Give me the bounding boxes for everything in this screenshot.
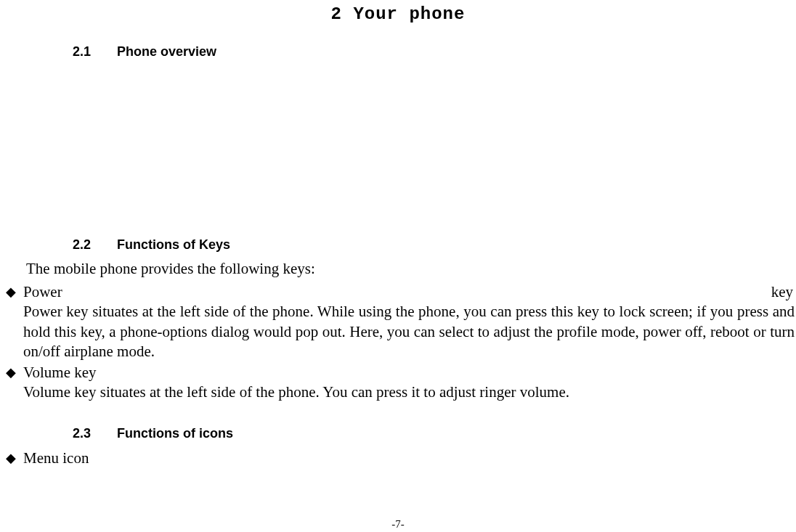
menu-icon-label: Menu icon [23, 449, 89, 467]
bullet-list: ◆ Menu icon [6, 449, 796, 468]
diamond-bullet-icon: ◆ [6, 449, 23, 467]
section-heading-2-2: 2.2 Functions of Keys [73, 237, 796, 253]
section-number: 2.1 [73, 44, 113, 60]
document-page: 2 Your phone 2.1 Phone overview 2.2 Func… [0, 4, 796, 532]
section-number: 2.3 [73, 426, 113, 441]
diamond-bullet-icon: ◆ [6, 363, 23, 382]
list-item: ◆ Volume key Volume key situates at the … [6, 363, 796, 403]
list-item: ◆ Power key Power key situates at the le… [6, 282, 796, 361]
section-intro-text: The mobile phone provides the following … [26, 260, 796, 278]
power-key-label-line: Power key [23, 282, 793, 302]
power-label-left: Power [23, 282, 62, 302]
chapter-title: 2 Your phone [0, 4, 796, 24]
section-title: Functions of icons [117, 426, 233, 441]
bullet-list: ◆ Power key Power key situates at the le… [6, 282, 796, 403]
list-item-body: Menu icon [23, 449, 796, 468]
list-item-body: Power key Power key situates at the left… [23, 282, 796, 361]
list-item-body: Volume key Volume key situates at the le… [23, 363, 796, 403]
power-key-description: Power key situates at the left side of t… [23, 302, 795, 361]
list-item: ◆ Menu icon [6, 449, 796, 468]
overview-image-placeholder [0, 67, 796, 237]
volume-key-description: Volume key situates at the left side of … [23, 382, 795, 402]
volume-key-label: Volume key [23, 363, 796, 382]
diamond-bullet-icon: ◆ [6, 282, 23, 301]
section-title: Functions of Keys [117, 237, 230, 252]
page-number: -7- [0, 518, 796, 531]
section-number: 2.2 [73, 237, 113, 253]
section-heading-2-3: 2.3 Functions of icons [73, 426, 796, 441]
power-label-right: key [771, 282, 793, 302]
section-title: Phone overview [117, 44, 216, 59]
section-heading-2-1: 2.1 Phone overview [73, 44, 796, 60]
